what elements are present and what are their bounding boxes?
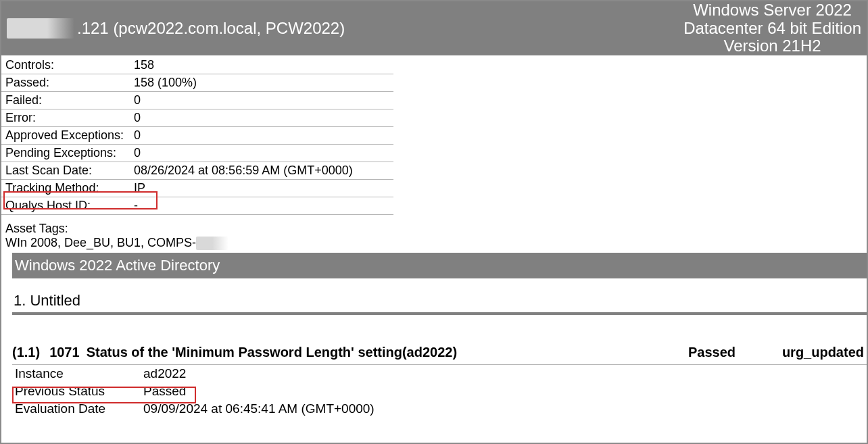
redacted-ip-prefix [7,18,74,39]
table-row: Pending Exceptions: 0 [1,145,393,162]
summary-table: Controls: 158 Passed: 158 (100%) Failed:… [1,57,393,215]
header-bar: .121 (pcw2022.com.local, PCW2022) Window… [1,1,867,55]
prev-status-value: Passed [141,383,379,400]
table-row: Qualys Host ID: - [1,197,393,215]
control-number: (1.1) [12,345,40,360]
control-detail-table: Instance ad2022 Previous Status Passed E… [12,365,379,418]
redacted-tag-suffix [196,237,228,250]
tracking-label: Tracking Method: [5,181,99,195]
host-id-value: - [130,197,393,215]
table-row: Last Scan Date: 08/26/2024 at 08:56:59 A… [1,162,393,180]
section-title-bar: Windows 2022 Active Directory [12,253,867,278]
control-id: 1071 [49,345,80,360]
table-row: Evaluation Date 09/09/2024 at 06:45:41 A… [12,400,379,418]
host-title: .121 (pcw2022.com.local, PCW2022) [7,18,345,39]
os-line-2: Datacenter 64 bit Edition [683,20,861,37]
os-info: Windows Server 2022 Datacenter 64 bit Ed… [683,1,861,55]
approved-ex-label: Approved Exceptions: [1,127,130,145]
tracking-value: IP [134,181,145,195]
table-row: Instance ad2022 [12,365,379,383]
os-line-3: Version 21H2 [683,37,861,55]
asset-tags-value: WIn 2008, Dee_BU, BU1, COMPS- [5,236,863,250]
pending-ex-label: Pending Exceptions: [1,145,130,162]
last-scan-value: 08/26/2024 at 08:56:59 AM (GMT+0000) [130,162,393,180]
host-id-label: Qualys Host ID: [1,197,130,215]
table-row: Previous Status Passed [12,383,379,400]
failed-value: 0 [130,92,393,109]
passed-value: 158 (100%) [130,74,393,92]
passed-label: Passed: [1,74,130,92]
table-row: Failed: 0 [1,92,393,109]
controls-value: 158 [130,57,393,74]
eval-date-label: Evaluation Date [12,400,141,418]
failed-label: Failed: [1,92,130,109]
last-scan-label: Last Scan Date: [1,162,130,180]
asset-tags-label: Asset Tags: [5,222,863,236]
table-row: Passed: 158 (100%) [1,74,393,92]
control-row: (1.1) 1071 Status of the 'Minimum Passwo… [1,315,867,364]
control-urg: urg_updated [776,345,864,360]
error-label: Error: [1,109,130,127]
control-status: Passed [688,345,776,360]
instance-label: Instance [12,365,141,383]
controls-label: Controls: [1,57,130,74]
table-row: Approved Exceptions: 0 [1,127,393,145]
table-row: Tracking Method: IP [1,180,393,197]
error-value: 0 [130,109,393,127]
instance-value: ad2022 [141,365,379,383]
os-line-1: Windows Server 2022 [683,1,861,19]
subsection-title: 1. Untitled [1,278,867,312]
eval-date-value: 09/09/2024 at 06:45:41 AM (GMT+0000) [141,400,379,418]
host-suffix: .121 (pcw2022.com.local, PCW2022) [77,19,345,38]
table-row: Error: 0 [1,109,393,127]
control-title: Status of the 'Minimum Password Length' … [87,345,688,360]
asset-tags-block: Asset Tags: WIn 2008, Dee_BU, BU1, COMPS… [1,215,867,253]
approved-ex-value: 0 [130,127,393,145]
pending-ex-value: 0 [130,145,393,162]
table-row: Controls: 158 [1,57,393,74]
report-frame: .121 (pcw2022.com.local, PCW2022) Window… [0,0,868,444]
prev-status-label: Previous Status [12,383,141,400]
